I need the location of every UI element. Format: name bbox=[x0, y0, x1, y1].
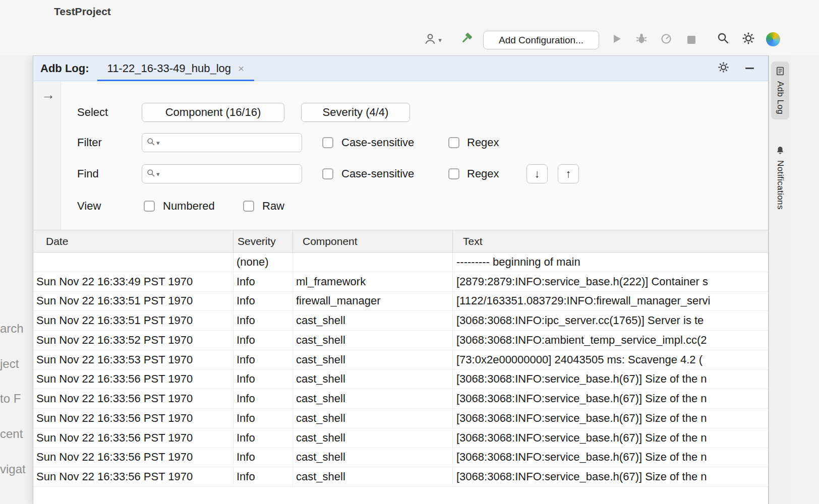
cell-text: [3068:3068:INFO:ambient_temp_service_imp… bbox=[453, 331, 768, 350]
cell-severity: Info bbox=[233, 467, 293, 486]
table-row[interactable]: Sun Nov 22 16:33:52 PST 1970 Info cast_s… bbox=[33, 331, 768, 350]
cell-date: Sun Nov 22 16:33:56 PST 1970 bbox=[33, 448, 233, 467]
select-label: Select bbox=[77, 103, 108, 122]
cell-text: [3068:3068:INFO:ipc_server.cc(1765)] Ser… bbox=[453, 311, 768, 330]
table-row[interactable]: Sun Nov 22 16:33:53 PST 1970 Info cast_s… bbox=[33, 350, 768, 370]
severity-filter-button[interactable]: Severity (4/4) bbox=[301, 103, 410, 122]
cell-severity: Info bbox=[233, 272, 293, 291]
cell-date: Sun Nov 22 16:33:49 PST 1970 bbox=[33, 272, 233, 291]
log-file-tab-label: 11-22_16-33-49_hub_log bbox=[107, 62, 231, 75]
cell-component: cast_shell bbox=[293, 409, 453, 428]
profiler-button[interactable] bbox=[660, 33, 673, 46]
table-row[interactable]: Sun Nov 22 16:33:56 PST 1970 Info cast_s… bbox=[33, 370, 768, 390]
view-numbered-checkbox[interactable] bbox=[144, 201, 155, 212]
cell-component: firewall_manager bbox=[293, 292, 453, 311]
gradient-logo-button[interactable] bbox=[766, 32, 781, 47]
cell-component: ml_framework bbox=[293, 272, 453, 291]
find-regex-checkbox[interactable] bbox=[448, 168, 459, 179]
filter-input[interactable] bbox=[161, 134, 302, 152]
cell-component bbox=[293, 253, 453, 272]
cell-severity: Info bbox=[233, 311, 293, 330]
filter-case-sensitive-label: Case-sensitive bbox=[341, 133, 414, 152]
user-profile-button[interactable]: ▾ bbox=[421, 32, 445, 47]
tool-window-settings-button[interactable] bbox=[718, 61, 729, 75]
run-button[interactable] bbox=[610, 33, 623, 46]
table-row[interactable]: Sun Nov 22 16:33:56 PST 1970 Info cast_s… bbox=[33, 409, 768, 428]
component-filter-button[interactable]: Component (16/16) bbox=[142, 103, 284, 122]
filter-search-field[interactable]: ▾ bbox=[142, 133, 302, 152]
table-row[interactable]: Sun Nov 22 16:33:51 PST 1970 Info cast_s… bbox=[33, 311, 768, 331]
table-row[interactable]: Sun Nov 22 16:33:56 PST 1970 Info cast_s… bbox=[33, 428, 768, 448]
cell-component: cast_shell bbox=[293, 448, 453, 467]
cell-component: cast_shell bbox=[293, 370, 453, 389]
add-configuration-button[interactable]: Add Configuration... bbox=[483, 31, 599, 49]
find-next-button[interactable]: ↓ bbox=[526, 164, 548, 183]
search-icon bbox=[717, 32, 729, 46]
cell-text: --------- beginning of main bbox=[453, 253, 768, 272]
cell-text: [3068:3068:INFO:service_base.h(67)] Size… bbox=[453, 467, 768, 486]
cell-severity: Info bbox=[233, 389, 293, 408]
hide-tool-window-button[interactable] bbox=[745, 68, 754, 69]
cell-text: [73:0x2e00000000] 24043505 ms: Scavenge … bbox=[453, 350, 768, 369]
table-row[interactable]: (none) --------- beginning of main bbox=[33, 253, 768, 272]
find-previous-button[interactable]: ↑ bbox=[558, 164, 579, 183]
close-icon[interactable]: × bbox=[238, 63, 244, 74]
filter-panel: → Select Component (16/16) Severity (4/4… bbox=[33, 81, 768, 230]
log-table-header: Date Severity Component Text bbox=[33, 230, 768, 253]
ide-settings-button[interactable] bbox=[741, 32, 755, 46]
log-file-icon bbox=[776, 67, 785, 78]
cell-component: cast_shell bbox=[293, 350, 453, 369]
editor-hint-fragment: cent bbox=[0, 427, 23, 441]
chevron-down-icon: ▾ bbox=[156, 170, 160, 178]
table-row[interactable]: Sun Nov 22 16:33:56 PST 1970 Info cast_s… bbox=[33, 389, 768, 409]
cell-text: [3068:3068:INFO:service_base.h(67)] Size… bbox=[453, 409, 768, 428]
editor-hint-fragment: arch bbox=[0, 322, 24, 336]
column-header-component[interactable]: Component bbox=[293, 230, 453, 252]
cell-date: Sun Nov 22 16:33:51 PST 1970 bbox=[33, 292, 233, 311]
search-icon bbox=[147, 138, 155, 148]
arrow-right-icon[interactable]: → bbox=[41, 87, 55, 103]
user-icon bbox=[424, 32, 437, 47]
find-search-field[interactable]: ▾ bbox=[142, 164, 302, 183]
column-header-severity[interactable]: Severity bbox=[233, 230, 293, 252]
log-file-tab[interactable]: 11-22_16-33-49_hub_log × bbox=[97, 56, 255, 81]
cell-date: Sun Nov 22 16:33:56 PST 1970 bbox=[33, 428, 233, 448]
column-header-text[interactable]: Text bbox=[453, 230, 768, 252]
build-button[interactable] bbox=[459, 31, 474, 47]
debug-bug-icon bbox=[635, 32, 648, 47]
filter-case-sensitive-checkbox[interactable] bbox=[322, 137, 333, 148]
stop-icon bbox=[687, 36, 695, 44]
table-row[interactable]: Sun Nov 22 16:33:56 PST 1970 Info cast_s… bbox=[33, 448, 768, 468]
table-row[interactable]: Sun Nov 22 16:33:49 PST 1970 Info ml_fra… bbox=[33, 272, 768, 292]
cell-date: Sun Nov 22 16:33:51 PST 1970 bbox=[33, 311, 233, 330]
cell-text: [1122/163351.083729:INFO:firewall_manage… bbox=[453, 292, 768, 311]
bell-icon bbox=[776, 146, 785, 157]
table-row[interactable]: Sun Nov 22 16:33:56 PST 1970 Info cast_s… bbox=[33, 467, 768, 487]
cell-severity: (none) bbox=[233, 253, 293, 272]
view-numbered-label: Numbered bbox=[163, 197, 215, 216]
cell-severity: Info bbox=[233, 370, 293, 389]
search-everywhere-button[interactable] bbox=[717, 33, 730, 46]
find-case-sensitive-checkbox[interactable] bbox=[322, 168, 333, 179]
editor-hint-fragment: ject bbox=[0, 357, 19, 371]
view-raw-checkbox[interactable] bbox=[243, 201, 254, 212]
gear-icon bbox=[742, 32, 755, 47]
cell-component: cast_shell bbox=[293, 467, 453, 486]
cell-component: cast_shell bbox=[293, 331, 453, 350]
cell-text: [3068:3068:INFO:service_base.h(67)] Size… bbox=[453, 389, 768, 408]
find-input[interactable] bbox=[161, 165, 302, 183]
stripe-tab-notifications[interactable]: Notifications bbox=[771, 141, 789, 215]
cell-severity: Info bbox=[233, 292, 293, 311]
table-row[interactable]: Sun Nov 22 16:33:51 PST 1970 Info firewa… bbox=[33, 292, 768, 311]
find-case-sensitive-label: Case-sensitive bbox=[341, 164, 414, 183]
stripe-tab-adb-log[interactable]: Adb Log bbox=[771, 61, 789, 119]
filter-regex-checkbox[interactable] bbox=[448, 137, 459, 148]
cell-text: [3068:3068:INFO:service_base.h(67)] Size… bbox=[453, 370, 768, 389]
cell-component: cast_shell bbox=[293, 389, 453, 408]
column-header-date[interactable]: Date bbox=[33, 230, 233, 252]
stop-button[interactable] bbox=[687, 35, 696, 44]
cell-date bbox=[33, 253, 233, 272]
debug-button[interactable] bbox=[634, 33, 649, 47]
tool-window-header: Adb Log: 11-22_16-33-49_hub_log × bbox=[33, 56, 768, 81]
find-label: Find bbox=[77, 164, 99, 183]
